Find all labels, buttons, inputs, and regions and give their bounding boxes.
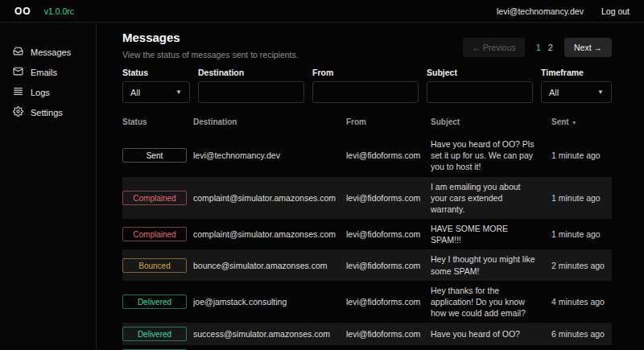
sidebar-item-label: Settings bbox=[31, 108, 63, 117]
destination-cell: bounce@simulator.amazonses.com bbox=[193, 261, 346, 270]
table-row[interactable]: Sent levi@technomancy.dev levi@fidoforms… bbox=[122, 134, 612, 177]
sent-cell: 2 minutes ago bbox=[551, 261, 612, 270]
filter-destination-label: Destination bbox=[198, 68, 304, 77]
page-title: Messages bbox=[122, 31, 299, 44]
pagination: ← Previous 1 2 Next → bbox=[463, 38, 612, 57]
status-badge: Complained bbox=[122, 227, 187, 241]
from-input[interactable] bbox=[312, 81, 419, 103]
status-badge: Bounced bbox=[122, 258, 187, 273]
previous-page-button[interactable]: ← Previous bbox=[463, 38, 524, 57]
column-header-status: Status bbox=[122, 117, 193, 126]
column-header-subject: Subject bbox=[431, 117, 551, 126]
main-content: Messages View the status of messages sen… bbox=[97, 23, 644, 350]
inbox-icon bbox=[13, 46, 23, 58]
envelope-icon bbox=[13, 66, 23, 78]
page-number-1[interactable]: 1 bbox=[536, 43, 541, 52]
topbar: OO v1.0.0rc levi@technomancy.dev Log out bbox=[0, 0, 644, 23]
timeframe-select-value: All bbox=[549, 88, 559, 97]
column-header-sent[interactable]: Sent▼ bbox=[551, 117, 612, 126]
sent-cell: 6 minutes ago bbox=[551, 329, 612, 339]
user-email: levi@technomancy.dev bbox=[497, 6, 584, 16]
chevron-down-icon: ▼ bbox=[597, 89, 604, 96]
column-header-from: From bbox=[346, 117, 431, 126]
status-badge: Sent bbox=[122, 148, 187, 163]
destination-cell: complaint@simulator.amazonses.com bbox=[193, 193, 346, 203]
sidebar-item-emails[interactable]: Emails bbox=[0, 62, 96, 82]
topbar-right: levi@technomancy.dev Log out bbox=[497, 6, 630, 16]
subject-cell: HAVE SOME MORE SPAM!!! bbox=[431, 223, 551, 245]
filter-destination: Destination bbox=[198, 68, 304, 103]
destination-cell: levi@technomancy.dev bbox=[193, 150, 346, 160]
destination-cell: joe@jamstack.consulting bbox=[193, 297, 346, 307]
subject-cell: Have you heard of OO? bbox=[431, 328, 551, 340]
destination-input[interactable] bbox=[198, 81, 304, 103]
version-badge: v1.0.0rc bbox=[44, 6, 74, 16]
filter-subject: Subject bbox=[427, 68, 533, 103]
filter-status: Status All ▼ bbox=[122, 68, 190, 103]
table-row[interactable]: Delivered success@simulator.amazonses.co… bbox=[122, 345, 612, 350]
timeframe-select[interactable]: All ▼ bbox=[541, 81, 612, 103]
table-row[interactable]: Complained complaint@simulator.amazonses… bbox=[122, 219, 612, 249]
subject-cell: Have you heard of OO? Pls set it up for … bbox=[431, 138, 551, 173]
sidebar-item-messages[interactable]: Messages bbox=[0, 42, 96, 62]
column-header-destination: Destination bbox=[193, 117, 346, 126]
from-cell: levi@fidoforms.com bbox=[346, 229, 431, 239]
sidebar-item-settings[interactable]: Settings bbox=[0, 102, 96, 122]
app-logo: OO bbox=[14, 6, 31, 17]
subject-cell: I am emailing you about your cars extend… bbox=[431, 181, 551, 216]
from-cell: levi@fidoforms.com bbox=[346, 150, 431, 160]
sidebar-item-label: Messages bbox=[31, 47, 71, 57]
page-subtitle: View the status of messages sent to reci… bbox=[122, 50, 299, 60]
status-select-value: All bbox=[130, 88, 140, 97]
sidebar-item-logs[interactable]: Logs bbox=[0, 82, 96, 102]
gear-icon bbox=[13, 106, 23, 118]
destination-cell: complaint@simulator.amazonses.com bbox=[193, 229, 346, 239]
filter-timeframe: Timeframe All ▼ bbox=[541, 68, 612, 103]
status-badge: Delivered bbox=[122, 294, 187, 309]
filter-from: From bbox=[312, 68, 419, 103]
table-header: Status Destination From Subject Sent▼ bbox=[122, 113, 612, 134]
sent-cell: 1 minute ago bbox=[551, 193, 612, 203]
table-row[interactable]: Complained complaint@simulator.amazonses… bbox=[122, 177, 612, 220]
sort-desc-icon: ▼ bbox=[572, 120, 577, 126]
from-cell: levi@fidoforms.com bbox=[346, 193, 431, 203]
filter-status-label: Status bbox=[122, 68, 190, 77]
sidebar: Messages Emails Logs Settings bbox=[0, 23, 97, 350]
sent-cell: 1 minute ago bbox=[551, 150, 612, 160]
subject-input[interactable] bbox=[427, 81, 533, 103]
subject-cell: Hey I thought you might like some SPAM! bbox=[431, 253, 551, 276]
sidebar-item-label: Logs bbox=[31, 88, 50, 97]
filters-bar: Status All ▼ Destination From Subject Ti… bbox=[122, 68, 612, 103]
destination-cell: success@simulator.amazonses.com bbox=[193, 329, 346, 339]
page-header: Messages View the status of messages sen… bbox=[122, 31, 299, 60]
next-page-button[interactable]: Next → bbox=[564, 38, 612, 57]
from-cell: levi@fidoforms.com bbox=[346, 261, 431, 270]
sent-cell: 4 minutes ago bbox=[551, 297, 612, 307]
chevron-down-icon: ▼ bbox=[175, 89, 182, 96]
page-numbers: 1 2 bbox=[536, 43, 553, 52]
table-body: Sent levi@technomancy.dev levi@fidoforms… bbox=[122, 134, 612, 350]
sidebar-item-label: Emails bbox=[31, 68, 57, 77]
table-row[interactable]: Delivered success@simulator.amazonses.co… bbox=[122, 323, 612, 345]
sent-cell: 1 minute ago bbox=[551, 229, 612, 239]
table-row[interactable]: Bounced bounce@simulator.amazonses.com l… bbox=[122, 249, 612, 280]
table-row[interactable]: Delivered joe@jamstack.consulting levi@f… bbox=[122, 281, 612, 323]
page-number-2[interactable]: 2 bbox=[548, 43, 553, 52]
messages-table: Status Destination From Subject Sent▼ Se… bbox=[122, 113, 612, 350]
logout-link[interactable]: Log out bbox=[601, 6, 630, 16]
filter-subject-label: Subject bbox=[427, 68, 533, 77]
from-cell: levi@fidoforms.com bbox=[346, 297, 431, 307]
filter-timeframe-label: Timeframe bbox=[541, 68, 612, 77]
filter-from-label: From bbox=[312, 68, 419, 77]
from-cell: levi@fidoforms.com bbox=[346, 329, 431, 339]
status-badge: Delivered bbox=[122, 327, 187, 341]
status-badge: Complained bbox=[122, 191, 187, 205]
status-select[interactable]: All ▼ bbox=[122, 81, 190, 103]
subject-cell: Hey thanks for the application! Do you k… bbox=[431, 285, 551, 319]
logs-icon bbox=[13, 86, 23, 98]
